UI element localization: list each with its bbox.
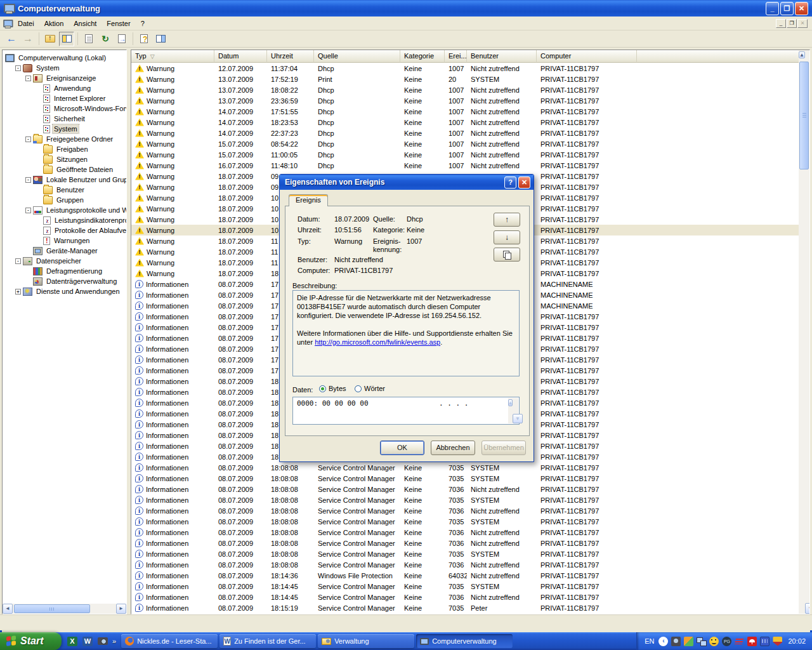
taskbar-task-verwaltung[interactable]: Verwaltung: [318, 634, 414, 648]
data-box-scrollbar[interactable]: ▲ ▼: [508, 398, 518, 423]
previous-event-button[interactable]: ↑: [494, 213, 520, 227]
tree-item-gruppen[interactable]: Gruppen: [3, 195, 126, 205]
event-row[interactable]: Informationen08.07.200918:08:08Service C…: [131, 494, 800, 505]
help-button[interactable]: [136, 32, 152, 46]
scroll-up-arrow-icon[interactable]: ▲: [508, 399, 513, 406]
copy-event-button[interactable]: [494, 248, 520, 262]
event-row[interactable]: Informationen08.07.200918:08:08Service C…: [131, 484, 800, 494]
quicklaunch-excel-icon[interactable]: X: [67, 635, 78, 647]
child-restore-button[interactable]: ❐: [787, 19, 797, 28]
dialog-help-button[interactable]: ?: [504, 176, 516, 189]
smiley-icon[interactable]: [709, 637, 719, 646]
tree-item-sitzungen[interactable]: Sitzungen: [3, 154, 126, 164]
child-minimize-button[interactable]: _: [776, 19, 786, 28]
event-data-box[interactable]: 0000: 00 00 00 00 . . . . ▲ ▼: [292, 397, 520, 425]
tree-item-lokale-benutzer-und-gruppe[interactable]: -Lokale Benutzer und Gruppe: [3, 175, 126, 185]
column-header-datum[interactable]: Datum: [214, 50, 267, 63]
tree-item-ge-ffnete-dateien[interactable]: Geöffnete Dateien: [3, 164, 126, 175]
scroll-right-arrow-icon[interactable]: ►: [116, 604, 126, 614]
event-row[interactable]: Informationen08.07.200918:08:08Service C…: [131, 527, 800, 538]
radio-bytes-icon[interactable]: [319, 385, 326, 392]
column-header-typ[interactable]: Typ▽: [131, 50, 214, 63]
column-header-computer[interactable]: Computer: [537, 50, 637, 63]
cancel-button[interactable]: Abbrechen: [431, 441, 475, 455]
event-row[interactable]: Informationen08.07.200918:14:45Service C…: [131, 581, 800, 592]
tree-horizontal-scrollbar[interactable]: ◄ ►: [3, 604, 126, 614]
scroll-up-arrow-icon[interactable]: ▲: [799, 51, 805, 58]
event-row[interactable]: Warnung16.07.200911:48:10DhcpKeine1007Ni…: [131, 160, 800, 171]
show-action-pane-button[interactable]: [153, 32, 168, 46]
column-header-erei[interactable]: Erei...: [445, 50, 467, 63]
event-row[interactable]: Warnung13.07.200918:08:22DhcpKeine1007Ni…: [131, 84, 800, 95]
tree-item-ger-te-manager[interactable]: Geräte-Manager: [3, 246, 126, 256]
event-row[interactable]: Warnung14.07.200918:23:53DhcpKeine1007Ni…: [131, 117, 800, 128]
expand-icon[interactable]: +: [15, 289, 21, 295]
tray-camera-icon[interactable]: [671, 637, 681, 646]
tree-item-freigaben[interactable]: Freigaben: [3, 144, 126, 154]
export-list-button[interactable]: [114, 32, 129, 46]
next-event-button[interactable]: ↓: [494, 230, 520, 244]
tab-ereignis[interactable]: Ereignis: [289, 194, 328, 206]
tree-item-defragmentierung[interactable]: Defragmentierung: [3, 266, 126, 276]
up-level-button[interactable]: [43, 32, 58, 46]
menu-ansicht[interactable]: Ansicht: [69, 18, 102, 29]
taskbar-clock[interactable]: 20:02: [788, 637, 806, 645]
description-box[interactable]: Die IP-Adresse für die Netzwerkkarte mit…: [292, 290, 520, 376]
column-header-benutzer[interactable]: Benutzer: [467, 50, 537, 63]
tree-item-ereignisanzeige[interactable]: -Ereignisanzeige: [3, 73, 126, 83]
globe-icon[interactable]: PG: [722, 637, 731, 646]
event-row[interactable]: Warnung15.07.200908:54:22DhcpKeine1007Ni…: [131, 138, 800, 149]
network-icon[interactable]: [697, 637, 706, 646]
event-row[interactable]: Warnung13.07.200917:52:19PrintKeine20SYS…: [131, 74, 800, 84]
collapse-icon[interactable]: -: [25, 208, 31, 213]
tree-item-computerverwaltung-lokal-[interactable]: Computerverwaltung (Lokal): [3, 53, 126, 63]
menu-fenster[interactable]: Fenster: [102, 18, 135, 29]
column-header-quelle[interactable]: Quelle: [314, 50, 400, 63]
tree-item-benutzer[interactable]: Benutzer: [3, 185, 126, 195]
menu-aktion[interactable]: Aktion: [39, 18, 69, 29]
tree-item-warnungen[interactable]: Warnungen: [3, 235, 126, 246]
quicklaunch-overflow-chevron-icon[interactable]: »: [112, 637, 116, 645]
tree-item-system[interactable]: -System: [3, 63, 126, 73]
event-row[interactable]: Informationen08.07.200918:08:08Service C…: [131, 559, 800, 570]
collapse-icon[interactable]: -: [15, 65, 21, 71]
tree-item-microsoft-windows-forv[interactable]: Microsoft-Windows-Forv: [3, 103, 126, 114]
collapse-icon[interactable]: -: [25, 177, 31, 183]
scroll-down-arrow-icon[interactable]: ▼: [805, 603, 810, 614]
quicklaunch-camera-icon[interactable]: [97, 635, 108, 647]
tree-item-datenspeicher[interactable]: -Datenspeicher: [3, 256, 126, 266]
tree-item-system[interactable]: System: [3, 124, 126, 134]
event-row[interactable]: Informationen08.07.200918:14:45Service C…: [131, 592, 800, 602]
event-row[interactable]: Informationen08.07.200918:08:08Service C…: [131, 462, 800, 473]
properties-button[interactable]: [81, 32, 96, 46]
event-row[interactable]: Warnung14.07.200922:37:23DhcpKeine1007Ni…: [131, 128, 800, 138]
quicklaunch-word-icon[interactable]: W: [82, 635, 93, 647]
tree-item-dienste-und-anwendungen[interactable]: +Dienste und Anwendungen: [3, 286, 126, 296]
event-row[interactable]: Informationen08.07.200918:08:08Service C…: [131, 505, 800, 516]
child-window-icon[interactable]: [3, 20, 12, 27]
tree-item-anwendung[interactable]: Anwendung: [3, 83, 126, 93]
event-row[interactable]: Informationen08.07.200918:08:08Service C…: [131, 473, 800, 484]
event-row[interactable]: Warnung14.07.200917:51:55DhcpKeine1007Ni…: [131, 106, 800, 117]
scrollbar-thumb[interactable]: [799, 62, 809, 169]
collapse-icon[interactable]: -: [15, 258, 21, 264]
tree-item-freigegebene-ordner[interactable]: -Freigegebene Ordner: [3, 134, 126, 144]
tree-item-protokolle-der-ablaufver[interactable]: Protokolle der Ablaufver: [3, 225, 126, 235]
event-row[interactable]: Informationen08.07.200918:08:08Service C…: [131, 548, 800, 559]
menu-[interactable]: ?: [136, 18, 150, 29]
radio-bytes[interactable]: Bytes: [319, 385, 346, 392]
list-vertical-scrollbar[interactable]: ▲ ▼: [799, 50, 809, 614]
event-row[interactable]: Warnung12.07.200911:37:04DhcpKeine1007Ni…: [131, 63, 800, 74]
scroll-down-arrow-icon[interactable]: ▼: [513, 414, 523, 423]
tree-item-datentr-gerverwaltung[interactable]: Datenträgerverwaltung: [3, 276, 126, 286]
radio-woerter[interactable]: Wörter: [355, 385, 385, 392]
scroll-left-arrow-icon[interactable]: ◄: [3, 604, 13, 614]
menu-datei[interactable]: Datei: [13, 18, 39, 29]
collapse-icon[interactable]: -: [25, 136, 31, 142]
event-row[interactable]: Warnung15.07.200911:00:05DhcpKeine1007Ni…: [131, 149, 800, 160]
language-indicator[interactable]: EN: [645, 637, 654, 645]
forward-button[interactable]: [20, 32, 36, 46]
minimize-button[interactable]: _: [766, 2, 779, 15]
avira-icon[interactable]: [747, 637, 757, 646]
event-row[interactable]: Informationen08.07.200918:08:08Service C…: [131, 516, 800, 527]
